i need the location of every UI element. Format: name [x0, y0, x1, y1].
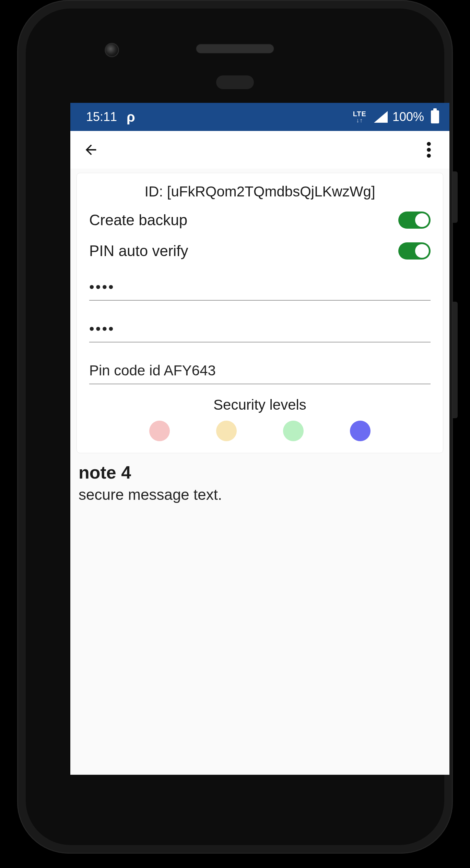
toggle-knob-icon [415, 213, 429, 227]
android-p-icon: ρ [127, 109, 135, 125]
signal-icon [374, 111, 388, 123]
create-backup-label: Create backup [89, 212, 187, 229]
create-backup-toggle[interactable] [398, 212, 431, 229]
status-bar-right: LTE ↓↑ 100% [353, 110, 439, 124]
security-levels-label: Security levels [89, 397, 431, 413]
status-time: 15:11 [86, 110, 117, 124]
settings-card: ID: [uFkRQom2TQmdbsQjLKwzWg] Create back… [77, 173, 443, 453]
note-section: note 4 secure message text. [70, 453, 449, 512]
security-level-2[interactable] [216, 421, 237, 441]
phone-side-button-volume [453, 302, 458, 418]
status-bar: 15:11 ρ LTE ↓↑ 100% [70, 103, 449, 131]
security-level-1[interactable] [149, 421, 170, 441]
phone-sensor [216, 75, 254, 89]
battery-icon [431, 110, 439, 123]
toggle-knob-icon [415, 244, 429, 258]
phone-bezel: 15:11 ρ LTE ↓↑ 100% [26, 9, 444, 845]
phone-speaker [196, 44, 274, 54]
note-body: secure message text. [79, 486, 441, 503]
pin-field-1[interactable] [89, 273, 431, 301]
pin-field-2[interactable] [89, 315, 431, 342]
phone-frame: 15:11 ρ LTE ↓↑ 100% [17, 0, 453, 854]
network-lte-icon: LTE ↓↑ [353, 110, 366, 123]
svg-point-0 [427, 142, 431, 146]
id-label: ID: [uFkRQom2TQmdbsQjLKwzWg] [89, 183, 431, 200]
app-bar [70, 131, 449, 169]
stage: 15:11 ρ LTE ↓↑ 100% [0, 0, 470, 868]
battery-text: 100% [392, 110, 424, 124]
screen: 15:11 ρ LTE ↓↑ 100% [70, 103, 449, 775]
svg-point-1 [427, 148, 431, 152]
arrow-back-icon [83, 142, 99, 158]
pin-code-id-field[interactable] [89, 357, 431, 384]
security-level-3[interactable] [283, 421, 304, 441]
network-label: LTE [353, 110, 366, 117]
status-bar-left: 15:11 ρ [86, 109, 135, 125]
security-levels-row [89, 421, 431, 441]
phone-side-button-power [453, 171, 458, 223]
pin-auto-verify-toggle[interactable] [398, 242, 431, 260]
svg-point-2 [427, 154, 431, 158]
overflow-menu-button[interactable] [418, 139, 440, 161]
phone-camera [105, 43, 119, 57]
pin-auto-verify-label: PIN auto verify [89, 242, 188, 260]
pin-auto-verify-row: PIN auto verify [89, 242, 431, 260]
security-level-4[interactable] [350, 421, 371, 441]
network-arrows-icon: ↓↑ [356, 117, 363, 123]
create-backup-row: Create backup [89, 212, 431, 229]
note-title: note 4 [79, 462, 441, 483]
more-vert-icon [427, 142, 431, 158]
back-button[interactable] [80, 139, 102, 161]
